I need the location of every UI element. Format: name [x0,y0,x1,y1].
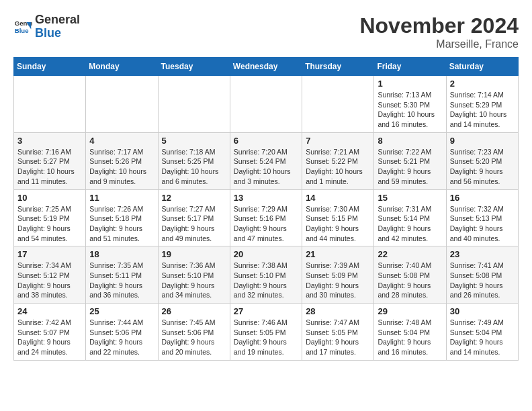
calendar-cell: 23Sunrise: 7:41 AM Sunset: 5:08 PM Dayli… [446,246,518,304]
day-info: Sunrise: 7:29 AM Sunset: 5:16 PM Dayligh… [234,204,298,244]
calendar-cell: 8Sunrise: 7:22 AM Sunset: 5:21 PM Daylig… [374,132,446,189]
weekday-header-sunday: Sunday [14,58,86,76]
day-info: Sunrise: 7:39 AM Sunset: 5:09 PM Dayligh… [306,261,370,300]
day-info: Sunrise: 7:13 AM Sunset: 5:30 PM Dayligh… [378,90,442,130]
day-info: Sunrise: 7:20 AM Sunset: 5:24 PM Dayligh… [234,147,298,187]
page-header: General Blue General Blue November 2024 … [13,13,519,50]
calendar-cell: 17Sunrise: 7:34 AM Sunset: 5:12 PM Dayli… [14,246,86,304]
day-info: Sunrise: 7:27 AM Sunset: 5:17 PM Dayligh… [162,204,226,244]
calendar-cell: 16Sunrise: 7:32 AM Sunset: 5:13 PM Dayli… [446,189,518,246]
day-number: 16 [450,193,515,203]
calendar-cell: 1Sunrise: 7:13 AM Sunset: 5:30 PM Daylig… [374,76,446,133]
calendar-cell: 14Sunrise: 7:30 AM Sunset: 5:15 PM Dayli… [302,189,374,246]
day-info: Sunrise: 7:38 AM Sunset: 5:10 PM Dayligh… [234,261,298,300]
calendar-table: SundayMondayTuesdayWednesdayThursdayFrid… [13,57,519,361]
logo-general-text: General [35,13,80,26]
day-number: 4 [89,136,154,146]
day-info: Sunrise: 7:48 AM Sunset: 5:04 PM Dayligh… [378,318,442,357]
day-info: Sunrise: 7:16 AM Sunset: 5:27 PM Dayligh… [17,147,82,187]
day-number: 28 [306,306,370,316]
calendar-cell [14,76,86,133]
calendar-cell: 27Sunrise: 7:46 AM Sunset: 5:05 PM Dayli… [230,304,302,361]
day-number: 14 [306,193,370,203]
weekday-header-friday: Friday [374,58,446,76]
month-title: November 2024 [359,13,519,38]
calendar-cell: 3Sunrise: 7:16 AM Sunset: 5:27 PM Daylig… [14,132,86,189]
weekday-header-wednesday: Wednesday [230,58,302,76]
day-number: 30 [450,306,515,316]
day-info: Sunrise: 7:21 AM Sunset: 5:22 PM Dayligh… [306,147,370,187]
day-info: Sunrise: 7:26 AM Sunset: 5:18 PM Dayligh… [89,204,154,244]
day-number: 19 [162,249,226,259]
logo-blue-text: Blue [35,26,61,40]
day-info: Sunrise: 7:41 AM Sunset: 5:08 PM Dayligh… [450,261,515,300]
day-number: 25 [89,306,154,316]
day-info: Sunrise: 7:49 AM Sunset: 5:04 PM Dayligh… [450,318,515,357]
day-number: 12 [162,193,226,203]
day-info: Sunrise: 7:45 AM Sunset: 5:06 PM Dayligh… [162,318,226,357]
calendar-cell [158,76,230,133]
day-info: Sunrise: 7:17 AM Sunset: 5:26 PM Dayligh… [89,147,154,187]
day-number: 18 [89,249,154,259]
day-number: 26 [162,306,226,316]
calendar-cell: 4Sunrise: 7:17 AM Sunset: 5:26 PM Daylig… [86,132,158,189]
day-info: Sunrise: 7:35 AM Sunset: 5:11 PM Dayligh… [89,261,154,300]
day-info: Sunrise: 7:40 AM Sunset: 5:08 PM Dayligh… [378,261,442,300]
day-number: 11 [89,193,154,203]
calendar-cell: 7Sunrise: 7:21 AM Sunset: 5:22 PM Daylig… [302,132,374,189]
day-info: Sunrise: 7:18 AM Sunset: 5:25 PM Dayligh… [162,147,226,187]
title-section: November 2024 Marseille, France [359,13,519,50]
day-info: Sunrise: 7:32 AM Sunset: 5:13 PM Dayligh… [450,204,515,244]
day-number: 9 [450,136,515,146]
day-number: 29 [378,306,442,316]
day-number: 21 [306,249,370,259]
day-info: Sunrise: 7:22 AM Sunset: 5:21 PM Dayligh… [378,147,442,187]
weekday-header-monday: Monday [86,58,158,76]
location-subtitle: Marseille, France [359,38,519,50]
calendar-cell: 22Sunrise: 7:40 AM Sunset: 5:08 PM Dayli… [374,246,446,304]
calendar-cell [86,76,158,133]
day-number: 15 [378,193,442,203]
weekday-header-thursday: Thursday [302,58,374,76]
calendar-cell: 21Sunrise: 7:39 AM Sunset: 5:09 PM Dayli… [302,246,374,304]
calendar-cell: 15Sunrise: 7:31 AM Sunset: 5:14 PM Dayli… [374,189,446,246]
day-number: 20 [234,249,298,259]
day-number: 23 [450,249,515,259]
day-number: 1 [378,79,442,89]
calendar-week-2: 3Sunrise: 7:16 AM Sunset: 5:27 PM Daylig… [14,132,519,189]
day-number: 17 [17,249,82,259]
day-info: Sunrise: 7:34 AM Sunset: 5:12 PM Dayligh… [17,261,82,300]
day-info: Sunrise: 7:36 AM Sunset: 5:10 PM Dayligh… [162,261,226,300]
day-number: 3 [17,136,82,146]
day-number: 27 [234,306,298,316]
calendar-cell: 12Sunrise: 7:27 AM Sunset: 5:17 PM Dayli… [158,189,230,246]
day-info: Sunrise: 7:44 AM Sunset: 5:06 PM Dayligh… [89,318,154,357]
weekday-header-saturday: Saturday [446,58,518,76]
day-number: 8 [378,136,442,146]
logo-icon: General Blue [13,17,32,36]
day-number: 13 [234,193,298,203]
day-info: Sunrise: 7:30 AM Sunset: 5:15 PM Dayligh… [306,204,370,244]
calendar-cell: 9Sunrise: 7:23 AM Sunset: 5:20 PM Daylig… [446,132,518,189]
day-info: Sunrise: 7:46 AM Sunset: 5:05 PM Dayligh… [234,318,298,357]
calendar-cell: 11Sunrise: 7:26 AM Sunset: 5:18 PM Dayli… [86,189,158,246]
calendar-cell: 18Sunrise: 7:35 AM Sunset: 5:11 PM Dayli… [86,246,158,304]
day-number: 10 [17,193,82,203]
day-number: 2 [450,79,515,89]
calendar-cell [302,76,374,133]
calendar-cell [230,76,302,133]
calendar-cell: 25Sunrise: 7:44 AM Sunset: 5:06 PM Dayli… [86,304,158,361]
day-info: Sunrise: 7:14 AM Sunset: 5:29 PM Dayligh… [450,90,515,130]
calendar-cell: 29Sunrise: 7:48 AM Sunset: 5:04 PM Dayli… [374,304,446,361]
calendar-cell: 19Sunrise: 7:36 AM Sunset: 5:10 PM Dayli… [158,246,230,304]
calendar-cell: 13Sunrise: 7:29 AM Sunset: 5:16 PM Dayli… [230,189,302,246]
calendar-week-5: 24Sunrise: 7:42 AM Sunset: 5:07 PM Dayli… [14,304,519,361]
weekday-header-tuesday: Tuesday [158,58,230,76]
calendar-cell: 30Sunrise: 7:49 AM Sunset: 5:04 PM Dayli… [446,304,518,361]
calendar-cell: 2Sunrise: 7:14 AM Sunset: 5:29 PM Daylig… [446,76,518,133]
day-info: Sunrise: 7:31 AM Sunset: 5:14 PM Dayligh… [378,204,442,244]
day-number: 22 [378,249,442,259]
day-number: 7 [306,136,370,146]
day-number: 5 [162,136,226,146]
calendar-week-1: 1Sunrise: 7:13 AM Sunset: 5:30 PM Daylig… [14,76,519,133]
